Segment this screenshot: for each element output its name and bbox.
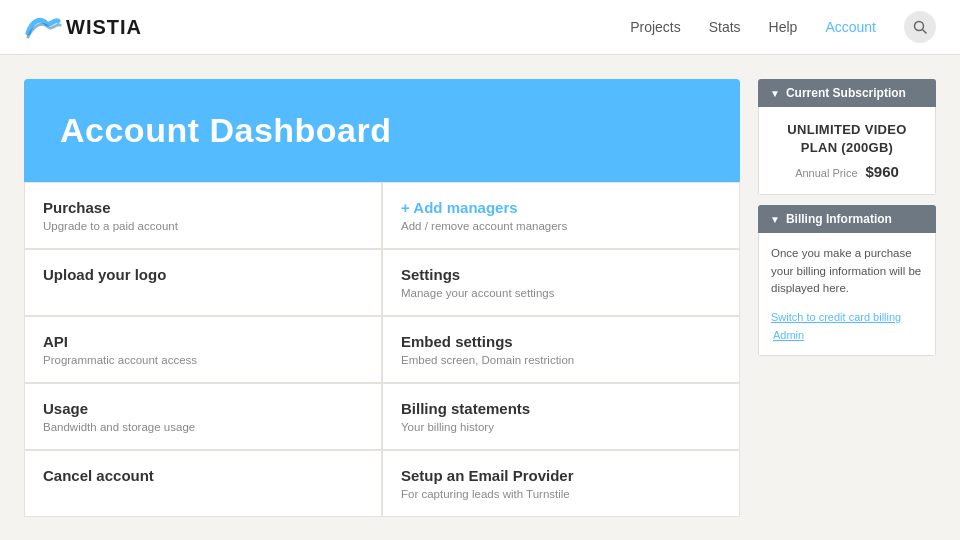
grid-item-purchase-subtitle: Upgrade to a paid account	[43, 220, 363, 232]
subscription-section: ▼ Current Subscription UNLIMITED VIDEO P…	[758, 79, 936, 195]
svg-line-1	[923, 30, 927, 34]
grid-item-settings[interactable]: Settings Manage your account settings	[382, 249, 740, 316]
grid-item-add-managers-title: + Add managers	[401, 199, 721, 216]
grid-item-email-provider-subtitle: For capturing leads with Turnstile	[401, 488, 721, 500]
logo-area: WISTIA	[24, 13, 142, 41]
app-header: WISTIA Projects Stats Help Account	[0, 0, 960, 55]
grid-item-usage[interactable]: Usage Bandwidth and storage usage	[24, 383, 382, 450]
dashboard-grid: Purchase Upgrade to a paid account + Add…	[24, 182, 740, 517]
grid-item-cancel-account-title: Cancel account	[43, 467, 363, 484]
billing-body: Once you make a purchase your billing in…	[758, 233, 936, 356]
grid-item-billing-statements-subtitle: Your billing history	[401, 421, 721, 433]
dashboard-header: Account Dashboard	[24, 79, 740, 182]
billing-section: ▼ Billing Information Once you make a pu…	[758, 205, 936, 356]
grid-item-embed-settings[interactable]: Embed settings Embed screen, Domain rest…	[382, 316, 740, 383]
plan-name: UNLIMITED VIDEO PLAN (200GB)	[771, 121, 923, 157]
dashboard-title: Account Dashboard	[60, 111, 392, 149]
subscription-header: ▼ Current Subscription	[758, 79, 936, 107]
main-content: Account Dashboard Purchase Upgrade to a …	[0, 55, 960, 540]
nav-projects[interactable]: Projects	[630, 19, 681, 35]
grid-item-api[interactable]: API Programmatic account access	[24, 316, 382, 383]
grid-item-billing-statements[interactable]: Billing statements Your billing history	[382, 383, 740, 450]
grid-item-usage-subtitle: Bandwidth and storage usage	[43, 421, 363, 433]
plan-price-label: Annual Price	[795, 167, 857, 179]
grid-item-settings-subtitle: Manage your account settings	[401, 287, 721, 299]
grid-item-purchase[interactable]: Purchase Upgrade to a paid account	[24, 182, 382, 249]
grid-item-purchase-title: Purchase	[43, 199, 363, 216]
grid-item-email-provider[interactable]: Setup an Email Provider For capturing le…	[382, 450, 740, 517]
logo-text: WISTIA	[66, 16, 142, 39]
grid-item-embed-settings-subtitle: Embed screen, Domain restriction	[401, 354, 721, 366]
grid-item-embed-settings-title: Embed settings	[401, 333, 721, 350]
grid-item-billing-statements-title: Billing statements	[401, 400, 721, 417]
search-icon	[913, 20, 927, 34]
left-panel: Account Dashboard Purchase Upgrade to a …	[24, 79, 740, 540]
billing-header-label: Billing Information	[786, 212, 892, 226]
nav-stats[interactable]: Stats	[709, 19, 741, 35]
grid-item-add-managers-subtitle: Add / remove account managers	[401, 220, 721, 232]
grid-item-usage-title: Usage	[43, 400, 363, 417]
plan-price-row: Annual Price $960	[771, 163, 923, 180]
main-nav: Projects Stats Help Account	[630, 11, 936, 43]
subscription-chevron-icon: ▼	[770, 88, 780, 99]
wistia-logo-icon	[24, 13, 62, 41]
grid-item-add-managers[interactable]: + Add managers Add / remove account mana…	[382, 182, 740, 249]
right-panel: ▼ Current Subscription UNLIMITED VIDEO P…	[758, 79, 936, 540]
subscription-body: UNLIMITED VIDEO PLAN (200GB) Annual Pric…	[758, 107, 936, 195]
subscription-header-label: Current Subscription	[786, 86, 906, 100]
plan-price: $960	[866, 163, 899, 180]
search-button[interactable]	[904, 11, 936, 43]
grid-item-settings-title: Settings	[401, 266, 721, 283]
billing-header: ▼ Billing Information	[758, 205, 936, 233]
grid-item-upload-logo-title: Upload your logo	[43, 266, 363, 283]
billing-link[interactable]: Switch to credit card billing	[771, 311, 901, 323]
grid-item-cancel-account[interactable]: Cancel account	[24, 450, 382, 517]
grid-item-api-title: API	[43, 333, 363, 350]
grid-item-email-provider-title: Setup an Email Provider	[401, 467, 721, 484]
billing-chevron-icon: ▼	[770, 214, 780, 225]
nav-help[interactable]: Help	[769, 19, 798, 35]
grid-item-api-subtitle: Programmatic account access	[43, 354, 363, 366]
nav-account[interactable]: Account	[825, 19, 876, 35]
grid-item-upload-logo[interactable]: Upload your logo	[24, 249, 382, 316]
billing-body-text: Once you make a purchase your billing in…	[771, 245, 923, 297]
billing-link-admin[interactable]: Admin	[773, 329, 804, 341]
